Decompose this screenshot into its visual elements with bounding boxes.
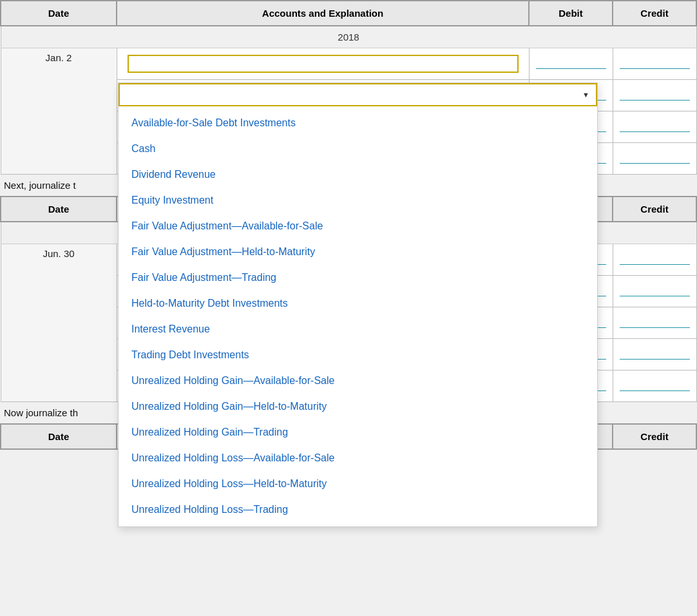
dropdown-item[interactable]: Interest Revenue <box>119 316 597 342</box>
credit-cell-1c[interactable] <box>613 111 696 143</box>
credit-cell-2e[interactable] <box>613 371 696 402</box>
credit-cell-1d[interactable] <box>613 143 696 175</box>
credit-input-1b[interactable] <box>620 84 690 101</box>
year-cell-1: 2018 <box>1 26 696 48</box>
credit-cell-1b[interactable] <box>613 80 696 111</box>
dropdown-item[interactable]: Cash <box>119 136 597 162</box>
credit-input-1d[interactable] <box>620 147 690 164</box>
dropdown-item[interactable]: Unrealized Holding Gain—Trading <box>119 419 597 445</box>
dropdown-search-input[interactable] <box>126 90 578 101</box>
dropdown-item[interactable]: Unrealized Holding Loss—Trading <box>119 497 597 523</box>
col-header-credit-1: Credit <box>613 1 696 26</box>
dropdown-item[interactable]: Unrealized Holding Gain—Available-for-Sa… <box>119 368 597 394</box>
year-row-1: 2018 <box>1 26 696 48</box>
entry-row-1a: Jan. 2 <box>1 48 696 80</box>
col-header-credit-2: Credit <box>613 197 696 222</box>
credit-cell-2c[interactable] <box>613 307 696 339</box>
dropdown-arrow-icon[interactable]: ▼ <box>582 91 589 99</box>
credit-input-1a[interactable] <box>620 52 690 69</box>
credit-input-1c[interactable] <box>620 115 690 132</box>
credit-cell-2b[interactable] <box>613 276 696 307</box>
dropdown-item[interactable]: Unrealized Holding Loss—Held-to-Maturity <box>119 471 597 497</box>
col-header-date-3: Date <box>1 424 117 449</box>
account-input-1a[interactable] <box>128 55 519 73</box>
credit-input-2e[interactable] <box>620 374 690 391</box>
dropdown-item[interactable]: Fair Value Adjustment—Held-to-Maturity <box>119 239 597 265</box>
dropdown-item[interactable]: Held-to-Maturity Debt Investments <box>119 291 597 316</box>
col-header-account-1: Accounts and Explanation <box>117 1 529 26</box>
credit-cell-2d[interactable] <box>613 339 696 371</box>
date-label-2: Jun. 30 <box>43 248 74 259</box>
date-cell-1: Jan. 2 <box>1 48 117 175</box>
credit-cell-2a[interactable] <box>613 244 696 276</box>
between-text-label-2: Now journalize th <box>4 407 78 418</box>
dropdown-item[interactable]: Unrealized Holding Gain—Held-to-Maturity <box>119 394 597 419</box>
year-label-1: 2018 <box>338 32 359 43</box>
date-cell-2: Jun. 30 <box>1 244 117 402</box>
dropdown-item[interactable]: Equity Investment <box>119 188 597 213</box>
dropdown-item[interactable]: Available-for-Sale Debt Investments <box>119 110 597 136</box>
debit-cell-1a[interactable] <box>529 48 613 80</box>
page-wrapper: Date Accounts and Explanation Debit Cred… <box>0 0 697 450</box>
dropdown-item[interactable]: Fair Value Adjustment—Trading <box>119 265 597 291</box>
col-header-debit-1: Debit <box>529 1 613 26</box>
credit-input-2d[interactable] <box>620 343 690 360</box>
credit-input-2a[interactable] <box>620 248 690 265</box>
account-dropdown[interactable]: ▼ Available-for-Sale Debt InvestmentsCas… <box>118 82 598 527</box>
col-header-date-2: Date <box>1 197 117 222</box>
debit-input-1a[interactable] <box>536 52 606 69</box>
account-cell-1a[interactable] <box>117 48 529 80</box>
credit-cell-1a[interactable] <box>613 48 696 80</box>
col-header-date-1: Date <box>1 1 117 26</box>
dropdown-item[interactable]: Dividend Revenue <box>119 162 597 188</box>
dropdown-item[interactable]: Unrealized Holding Loss—Available-for-Sa… <box>119 445 597 471</box>
date-label-1: Jan. 2 <box>46 52 72 63</box>
account-input-wrapper-1a[interactable] <box>124 52 522 75</box>
credit-input-2b[interactable] <box>620 280 690 296</box>
dropdown-list: Available-for-Sale Debt InvestmentsCashD… <box>119 106 597 526</box>
dropdown-item[interactable]: Fair Value Adjustment—Available-for-Sale <box>119 213 597 239</box>
col-header-credit-3: Credit <box>613 424 696 449</box>
between-text-label-1: Next, journalize t <box>4 180 76 191</box>
dropdown-trigger[interactable]: ▼ <box>119 83 597 106</box>
credit-input-2c[interactable] <box>620 311 690 328</box>
dropdown-item[interactable]: Trading Debt Investments <box>119 342 597 368</box>
